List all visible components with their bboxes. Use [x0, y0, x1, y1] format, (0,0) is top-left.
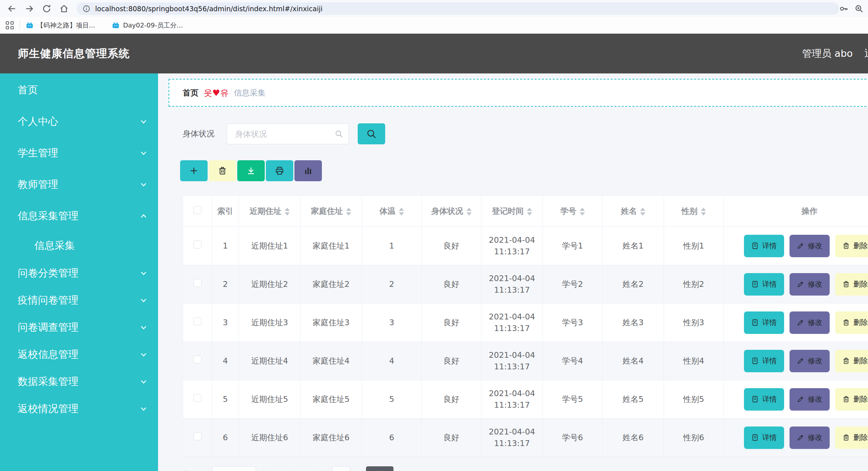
page-size-select[interactable]: 10条/页 — [212, 466, 256, 471]
trash-icon — [842, 242, 850, 250]
delete-button[interactable]: 删除 — [835, 311, 868, 334]
sidebar-item-data-collection-management[interactable]: 数据采集管理 — [0, 368, 158, 395]
home-icon[interactable] — [59, 4, 69, 13]
sort-icon[interactable] — [399, 208, 404, 216]
row-checkbox[interactable] — [193, 394, 201, 402]
detail-button[interactable]: 详情 — [744, 235, 784, 257]
sidebar-item-student-management[interactable]: 学生管理 — [0, 137, 158, 169]
export-button[interactable] — [237, 160, 265, 181]
sidebar-item-return-info-management[interactable]: 返校信息管理 — [0, 341, 158, 368]
search-row: 身体状况 — [183, 123, 868, 145]
row-checkbox[interactable] — [193, 356, 201, 364]
column-header-temperature[interactable]: 体温 — [362, 196, 422, 227]
trash-icon — [842, 357, 850, 365]
back-icon[interactable] — [7, 4, 17, 13]
zoom-in-icon[interactable] — [854, 4, 864, 13]
key-icon[interactable] — [839, 4, 848, 13]
row-checkbox[interactable] — [193, 279, 201, 287]
row-checkbox[interactable] — [193, 432, 201, 440]
main-content: 首页 웃♥유 信息采集 身体状况 — [158, 73, 868, 471]
sidebar-subitem-info-collection[interactable]: 信息采集 — [0, 232, 158, 259]
reload-icon[interactable] — [42, 4, 51, 13]
edit-button[interactable]: 修改 — [790, 273, 830, 296]
edit-button[interactable]: 修改 — [790, 235, 830, 257]
column-header-time[interactable]: 登记时间 — [481, 196, 543, 227]
delete-button[interactable]: 删除 — [835, 388, 868, 411]
pencil-icon — [797, 395, 804, 403]
chevron-up-icon — [139, 211, 149, 221]
edit-button[interactable]: 修改 — [790, 350, 830, 372]
delete-button[interactable]: 删除 — [835, 427, 868, 449]
user-menu[interactable]: 管理员 abo — [802, 47, 853, 60]
sort-icon[interactable] — [701, 208, 706, 216]
sidebar-item-epidemic-questionnaire[interactable]: 疫情问卷管理 — [0, 287, 158, 314]
detail-button[interactable]: 详情 — [744, 273, 784, 296]
prev-page-icon[interactable] — [260, 468, 273, 471]
sidebar-item-teacher-management[interactable]: 教师管理 — [0, 169, 158, 200]
delete-button[interactable]: 删除 — [835, 350, 868, 372]
forward-icon[interactable] — [25, 4, 34, 13]
chevron-down-icon — [139, 295, 149, 305]
chevron-down-icon — [139, 116, 149, 127]
sort-icon[interactable] — [285, 208, 290, 216]
sort-icon[interactable] — [467, 208, 472, 216]
sidebar-item-survey-management[interactable]: 问卷调查管理 — [0, 314, 158, 341]
column-header-recent-address[interactable]: 近期住址 — [239, 196, 301, 227]
sidebar-item-personal-center[interactable]: 个人中心 — [0, 106, 158, 137]
detail-button[interactable]: 详情 — [744, 388, 784, 411]
bookmarks-divider — [20, 21, 20, 30]
print-button[interactable] — [266, 160, 293, 181]
delete-button[interactable]: 删除 — [835, 235, 868, 257]
pencil-icon — [797, 242, 804, 250]
search-button[interactable] — [358, 123, 385, 144]
sidebar-item-questionnaire-category[interactable]: 问卷分类管理 — [0, 259, 158, 287]
document-icon — [751, 242, 759, 250]
chart-button[interactable] — [294, 160, 322, 181]
bookmark-item[interactable]: 【码神之路】项目... — [26, 21, 95, 30]
bookmark-label: 【码神之路】项目... — [37, 21, 95, 30]
download-icon — [246, 166, 256, 175]
browser-chrome: localhost:8080/springboot43q56/admin/dis… — [0, 0, 868, 34]
column-header-home-address[interactable]: 家庭住址 — [301, 196, 362, 227]
breadcrumb-home[interactable]: 首页 — [183, 88, 199, 98]
edit-button[interactable]: 修改 — [790, 388, 830, 411]
app-header: 师生健康信息管理系统 管理员 abo 退出 — [0, 34, 868, 73]
sort-icon[interactable] — [527, 208, 532, 216]
toolbar — [180, 160, 868, 181]
column-header-student-no[interactable]: 学号 — [543, 196, 603, 227]
search-input[interactable] — [227, 123, 349, 144]
delete-button[interactable]: 删除 — [835, 273, 868, 296]
batch-delete-button[interactable] — [209, 160, 236, 181]
bookmark-item[interactable]: Day02-09-员工分... — [112, 21, 183, 30]
info-icon[interactable] — [82, 5, 90, 13]
column-header-condition[interactable]: 身体状况 — [422, 196, 481, 227]
apps-grid-icon[interactable] — [6, 21, 14, 29]
next-page-icon[interactable] — [289, 468, 302, 471]
sidebar-item-return-status-management[interactable]: 返校情况管理 — [0, 395, 158, 422]
logout-link[interactable]: 退出 — [864, 47, 868, 60]
detail-button[interactable]: 详情 — [744, 427, 784, 449]
row-checkbox[interactable] — [193, 317, 201, 325]
row-checkbox[interactable] — [193, 241, 201, 249]
sidebar-item-info-collection-management[interactable]: 信息采集管理 — [0, 200, 158, 232]
detail-button[interactable]: 详情 — [744, 311, 784, 334]
address-bar[interactable]: localhost:8080/springboot43q56/admin/dis… — [77, 3, 839, 15]
confirm-button[interactable]: 确定 — [366, 466, 393, 471]
add-button[interactable] — [180, 160, 208, 181]
sort-icon[interactable] — [346, 208, 351, 216]
sidebar-item-home[interactable]: 首页 — [0, 74, 158, 106]
select-all-checkbox[interactable] — [193, 206, 201, 214]
bilibili-icon — [26, 21, 34, 29]
sort-icon[interactable] — [580, 208, 585, 216]
jump-suffix: 页 — [354, 470, 361, 471]
sort-icon[interactable] — [640, 208, 645, 216]
table-row: 2 近期住址2 家庭住址2 2 良好 2021-04-04 11:13:17 学… — [183, 265, 868, 304]
column-header-gender[interactable]: 性别 — [664, 196, 724, 227]
edit-button[interactable]: 修改 — [790, 311, 830, 334]
jump-page-input[interactable] — [332, 466, 350, 471]
column-header-name[interactable]: 姓名 — [603, 196, 664, 227]
column-header-index: 索引 — [212, 196, 239, 227]
edit-button[interactable]: 修改 — [790, 427, 830, 449]
detail-button[interactable]: 详情 — [744, 350, 784, 372]
bilibili-icon — [112, 21, 120, 29]
